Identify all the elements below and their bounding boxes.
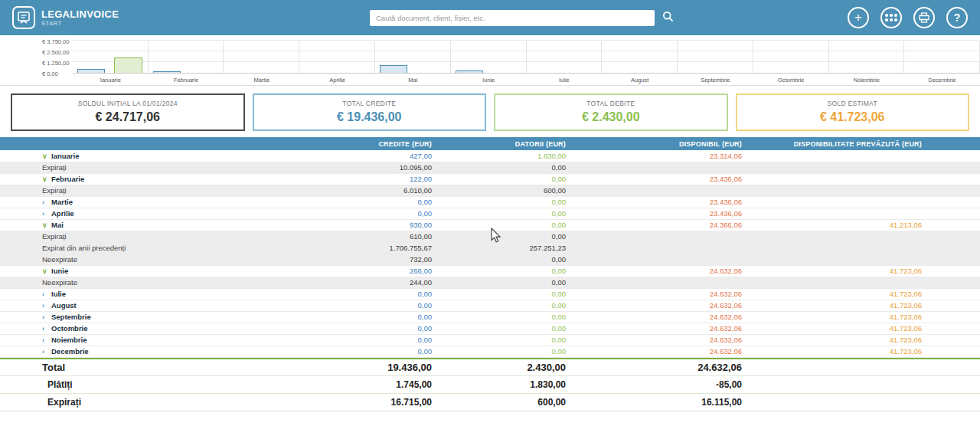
- row-label-cell: Neexpirate: [0, 254, 314, 265]
- chart-x-tick: Septembrie: [678, 77, 753, 84]
- table-row-month[interactable]: ∨Ianuarie427,001.830,0023.314,06: [0, 150, 980, 162]
- cell-disponibil: 23.436,06: [570, 196, 746, 208]
- chart-x-tick: Februarie: [149, 77, 224, 84]
- totals-cell-prevazut: [746, 376, 926, 394]
- table-row-month[interactable]: ›August0,000,0024.632,0641.723,06: [0, 300, 980, 311]
- cell-datorii: 0,00: [436, 277, 570, 288]
- cell-datorii: 0,00: [436, 162, 570, 173]
- totals-body: Total19.436,002.430,0024.632,06Plătiți1.…: [0, 359, 980, 411]
- brand-logo[interactable]: LEGALINVOICE START: [12, 6, 242, 29]
- search-input[interactable]: [370, 10, 655, 26]
- cell-datorii: 0,00: [436, 231, 570, 242]
- chevron-right-icon[interactable]: ›: [42, 336, 51, 344]
- row-label: Februarie: [51, 175, 84, 183]
- search-bar: [242, 10, 802, 26]
- chevron-down-icon[interactable]: ∨: [42, 152, 51, 160]
- cell-prevazut: [746, 196, 926, 208]
- cell-datorii: 0,00: [436, 254, 570, 265]
- row-label-cell: Expirați: [0, 162, 314, 173]
- totals-row-plătiți: Plătiți1.745,001.830,00-85,00: [0, 376, 980, 394]
- cell-prevazut: 41.723,06: [746, 323, 926, 334]
- card-value: € 19.436,00: [257, 110, 482, 124]
- apps-icon: [885, 14, 897, 21]
- cell-datorii: 0,00: [436, 288, 570, 300]
- chart-bar-debite: [114, 57, 142, 73]
- cell-datorii: 0,00: [436, 323, 570, 334]
- cell-datorii: 1.830,00: [436, 150, 570, 162]
- table-row-detail: Expirat din anii precedenți1.706.755,672…: [0, 242, 980, 254]
- balance-table: CREDITE (EUR) DATORII (EUR) DISPONIBIL (…: [0, 137, 980, 358]
- summary-card-3: SOLD ESTIMAT€ 41.723,06: [736, 93, 970, 131]
- table-row-month[interactable]: ›Martie0,000,0023.436,06: [0, 196, 980, 208]
- chart-x-tick: Martie: [224, 77, 300, 84]
- cell-credite: 610,00: [314, 231, 436, 242]
- help-button[interactable]: ?: [946, 7, 968, 28]
- chart-x-tick: Ianuarie: [73, 77, 149, 84]
- totals-cell-prevazut: [746, 394, 926, 411]
- cell-disponibil: 24.632,06: [570, 334, 746, 346]
- cell-prevazut: 41.723,06: [746, 265, 926, 277]
- cell-credite: 244,00: [314, 277, 436, 288]
- apps-button[interactable]: [880, 7, 902, 28]
- table-row-month[interactable]: ›Noiembrie0,000,0024.632,0641.723,06: [0, 334, 980, 346]
- chevron-right-icon[interactable]: ›: [42, 348, 51, 356]
- print-button[interactable]: [913, 7, 935, 28]
- totals-cell-datorii: 600,00: [436, 394, 570, 411]
- cell-datorii: 0,00: [436, 311, 570, 323]
- chart-y-tick: € 3.750,00: [42, 38, 69, 45]
- table-row-month[interactable]: ∨Februarie122,000,0023.436,06: [0, 173, 980, 185]
- legalinvoice-logo-icon: [12, 6, 35, 29]
- table-row-month[interactable]: ›Aprilie0,000,0023.436,06: [0, 208, 980, 219]
- table-row-month[interactable]: ›Decembrie0,000,0024.632,0641.723,06: [0, 346, 980, 357]
- chart-y-tick: € 1.250,00: [42, 60, 69, 67]
- cell-disponibil: [570, 162, 746, 173]
- row-label: Noiembrie: [51, 336, 87, 344]
- card-value: € 41.723,06: [740, 110, 965, 124]
- add-button[interactable]: +: [848, 7, 869, 28]
- cell-disponibil: [570, 242, 746, 254]
- brand-subtitle: START: [41, 21, 119, 27]
- col-disponibil: DISPONIBIL (EUR): [570, 137, 746, 150]
- row-label: August: [51, 301, 77, 310]
- row-label-cell: ∨Februarie: [0, 173, 314, 185]
- chevron-right-icon[interactable]: ›: [42, 290, 51, 298]
- card-title: TOTAL DEBITE: [498, 100, 724, 107]
- row-label: Neexpirate: [42, 278, 77, 287]
- chevron-right-icon[interactable]: ›: [42, 313, 51, 321]
- chevron-right-icon[interactable]: ›: [42, 210, 51, 218]
- brand-name: LEGALINVOICE: [41, 9, 119, 19]
- row-label: Expirați: [42, 163, 67, 172]
- cell-credite: 266,00: [314, 265, 436, 277]
- chevron-down-icon[interactable]: ∨: [42, 221, 51, 229]
- cell-datorii: 0,00: [436, 346, 570, 357]
- table-row-month[interactable]: ∨Mai930,000,0024.366,0641.213,06: [0, 219, 980, 231]
- chevron-down-icon[interactable]: ∨: [42, 267, 51, 275]
- cell-prevazut: 41.723,06: [746, 311, 926, 323]
- chart-bar-credite: [456, 70, 484, 73]
- chevron-down-icon[interactable]: ∨: [42, 175, 51, 183]
- cell-disponibil: 24.632,06: [570, 300, 746, 311]
- top-bar: LEGALINVOICE START +: [0, 0, 980, 35]
- row-label-cell: ∨Iunie: [0, 265, 314, 277]
- table-row-month[interactable]: ›Octombrie0,000,0024.632,0641.723,06: [0, 323, 980, 334]
- row-label-cell: Neexpirate: [0, 277, 314, 288]
- chevron-right-icon[interactable]: ›: [42, 198, 51, 206]
- row-label-cell: ›Aprilie: [0, 208, 314, 219]
- plus-icon: +: [854, 11, 862, 24]
- chevron-right-icon[interactable]: ›: [42, 302, 51, 310]
- search-icon[interactable]: [662, 11, 674, 25]
- chart-y-tick: € 2.500,00: [42, 49, 69, 56]
- row-label: Neexpirate: [42, 255, 77, 264]
- chevron-right-icon[interactable]: ›: [42, 325, 51, 333]
- table-row-month[interactable]: ›Iulie0,000,0024.632,0641.723,06: [0, 288, 980, 300]
- chart-x-tick: Iulie: [527, 77, 603, 84]
- table-row-month[interactable]: ›Septembrie0,000,0024.632,0641.723,06: [0, 311, 980, 323]
- chart-x-tick: Octombrie: [753, 77, 829, 84]
- table-row-detail: Expirați6.010,00600,00: [0, 185, 980, 196]
- row-label: Expirați: [42, 186, 67, 195]
- cell-prevazut: 41.723,06: [746, 300, 926, 311]
- cell-datorii: 0,00: [436, 334, 570, 346]
- card-title: SOLD ESTIMAT: [740, 100, 965, 107]
- cell-credite: 0,00: [314, 300, 436, 311]
- table-row-month[interactable]: ∨Iunie266,000,0024.632,0641.723,06: [0, 265, 980, 277]
